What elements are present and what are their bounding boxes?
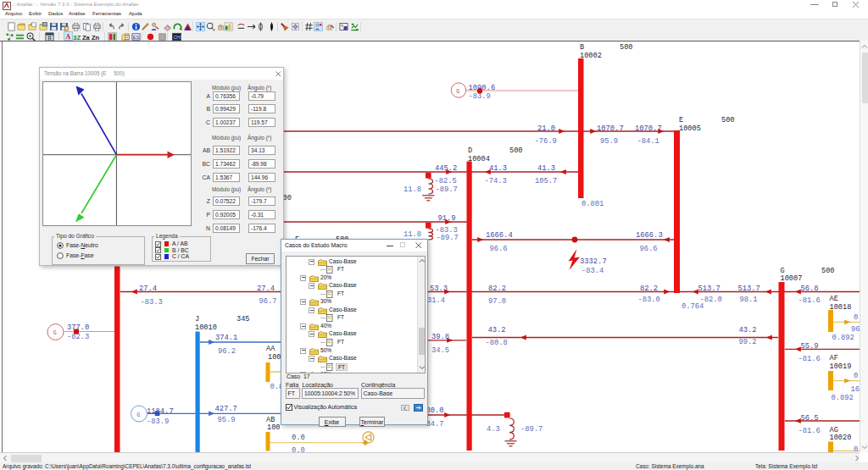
svg-text:10005: 10005 <box>679 124 701 133</box>
svg-text:AB: AB <box>266 416 275 424</box>
svg-text:21.0: 21.0 <box>537 124 555 133</box>
svg-text:-82.3: -82.3 <box>67 333 89 341</box>
svg-text:-83.4: -83.4 <box>581 267 604 275</box>
svg-text:1090.6: 1090.6 <box>469 84 496 92</box>
svg-text:G: G <box>53 330 57 336</box>
svg-text:30.0: 30.0 <box>426 406 444 415</box>
svg-text:1070.7: 1070.7 <box>635 124 662 133</box>
svg-text:11.8: 11.8 <box>403 185 421 194</box>
svg-text:39.8: 39.8 <box>431 333 449 341</box>
svg-text:-81.6: -81.6 <box>798 355 821 363</box>
svg-text:1184.7: 1184.7 <box>147 407 174 416</box>
svg-text:A: A <box>66 33 71 41</box>
svg-text:374.1: 374.1 <box>215 334 237 342</box>
svg-text:377.0: 377.0 <box>67 323 89 332</box>
svg-text:AE: AE <box>830 295 838 303</box>
svg-text:500: 500 <box>509 147 522 155</box>
svg-text:105.7: 105.7 <box>535 177 557 185</box>
svg-text:-89.7: -89.7 <box>520 425 542 434</box>
svg-text:10004: 10004 <box>468 155 490 163</box>
svg-text:100: 100 <box>268 353 281 362</box>
svg-text:95.9: 95.9 <box>218 416 236 424</box>
svg-text:427.7: 427.7 <box>215 405 237 413</box>
svg-text:AA: AA <box>266 345 275 353</box>
svg-text:96.6: 96.6 <box>490 245 508 253</box>
svg-text:0: 0 <box>854 372 858 380</box>
svg-text:27.4: 27.4 <box>257 285 275 293</box>
svg-text:-81.6: -81.6 <box>798 427 821 435</box>
svg-text:J: J <box>195 315 199 323</box>
svg-text:16: 16 <box>851 385 860 394</box>
svg-text:56.5: 56.5 <box>801 414 819 423</box>
svg-text:27.4: 27.4 <box>139 285 157 293</box>
svg-text:-83.9: -83.9 <box>147 417 169 426</box>
svg-text:10007: 10007 <box>781 274 803 283</box>
svg-text:55.9: 55.9 <box>801 342 819 351</box>
svg-text:0.801: 0.801 <box>581 200 604 208</box>
svg-text:345: 345 <box>236 315 249 323</box>
svg-text:43.2: 43.2 <box>488 326 506 335</box>
svg-text:0: 0 <box>854 313 858 322</box>
svg-text:-81.6: -81.6 <box>798 296 821 305</box>
svg-text:E: E <box>679 116 683 124</box>
svg-text:B: B <box>580 43 584 52</box>
svg-text:41.3: 41.3 <box>537 164 555 173</box>
svg-text:ES: ES <box>133 34 140 39</box>
svg-text:-83.3: -83.3 <box>141 298 163 307</box>
svg-text:10002: 10002 <box>580 52 602 60</box>
svg-text:445.2: 445.2 <box>435 164 457 173</box>
svg-text:31.4: 31.4 <box>427 296 445 305</box>
svg-text:G: G <box>781 267 785 275</box>
svg-text:96.2: 96.2 <box>218 347 236 356</box>
svg-text:-74.3: -74.3 <box>485 177 507 185</box>
svg-text:3332.7: 3332.7 <box>580 257 607 266</box>
svg-text:95.9: 95.9 <box>600 137 618 146</box>
svg-text:10020: 10020 <box>830 434 852 442</box>
svg-text:0: 0 <box>854 445 858 453</box>
svg-text:513.7: 513.7 <box>738 285 760 293</box>
svg-text:96.6: 96.6 <box>640 245 658 253</box>
svg-text:-84.1: -84.1 <box>637 137 659 146</box>
svg-text:0.0: 0.0 <box>292 446 305 452</box>
svg-text:-82.5: -82.5 <box>435 177 457 185</box>
svg-text:-80.8: -80.8 <box>486 339 508 347</box>
svg-text:0.764: 0.764 <box>682 302 704 311</box>
svg-text:0.892: 0.892 <box>832 394 854 402</box>
svg-text:D: D <box>468 147 472 155</box>
svg-text:-82.0: -82.0 <box>700 296 722 304</box>
svg-text:4.3: 4.3 <box>487 425 500 434</box>
svg-text:43.2: 43.2 <box>739 326 757 335</box>
svg-text:500: 500 <box>821 267 834 275</box>
svg-text:-83.0: -83.0 <box>638 296 660 304</box>
svg-text:10019: 10019 <box>830 362 852 371</box>
svg-text:1666.4: 1666.4 <box>486 231 513 240</box>
svg-text:100: 100 <box>267 423 280 432</box>
svg-text:11.8: 11.8 <box>403 230 421 239</box>
svg-text:1070.7: 1070.7 <box>597 124 624 133</box>
svg-text:10018: 10018 <box>830 303 852 312</box>
svg-text:82.2: 82.2 <box>488 285 506 293</box>
svg-text:CHS: CHS <box>173 34 181 39</box>
svg-text:34.5: 34.5 <box>431 346 449 355</box>
svg-text:98.1: 98.1 <box>740 296 758 304</box>
svg-text:53.3: 53.3 <box>430 285 448 293</box>
svg-text:56.8: 56.8 <box>801 285 819 293</box>
svg-text:99.2: 99.2 <box>739 338 757 346</box>
svg-text:AF: AF <box>830 354 838 362</box>
svg-text:34.7: 34.7 <box>426 420 444 429</box>
svg-text:AG: AG <box>830 426 838 434</box>
svg-text:1666.3: 1666.3 <box>636 231 663 240</box>
svg-text:-89.7: -89.7 <box>436 185 458 194</box>
svg-text:-83.3: -83.3 <box>436 226 458 235</box>
svg-text:0.0: 0.0 <box>292 434 305 442</box>
svg-text:513.7: 513.7 <box>698 285 721 293</box>
svg-text:97.0: 97.0 <box>488 297 506 306</box>
svg-text:82.2: 82.2 <box>640 285 658 293</box>
svg-text:96.7: 96.7 <box>259 297 277 306</box>
svg-text:0.892: 0.892 <box>832 334 854 342</box>
svg-text:41.3: 41.3 <box>489 164 507 173</box>
svg-text:91.9: 91.9 <box>438 214 456 223</box>
svg-text:00: 00 <box>283 194 292 202</box>
svg-text:500: 500 <box>620 43 632 52</box>
svg-text:-89.7: -89.7 <box>437 234 459 242</box>
